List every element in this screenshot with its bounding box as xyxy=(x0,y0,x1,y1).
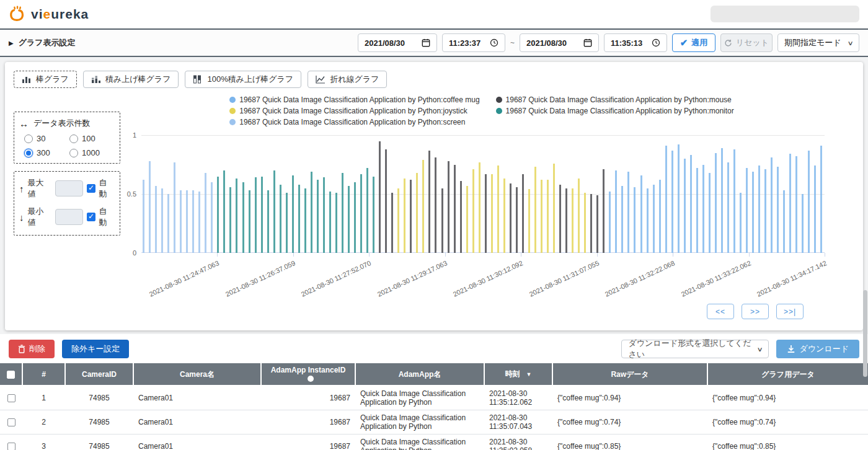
bar[interactable] xyxy=(640,175,642,253)
pager-next-button[interactable]: >> xyxy=(742,304,769,319)
bar[interactable] xyxy=(298,185,300,253)
bar[interactable] xyxy=(627,172,629,253)
bar[interactable] xyxy=(410,180,412,253)
bar[interactable] xyxy=(653,185,655,253)
bar[interactable] xyxy=(428,151,430,253)
bar[interactable] xyxy=(360,174,362,253)
bar[interactable] xyxy=(161,188,163,254)
bar[interactable] xyxy=(192,190,194,253)
bar[interactable] xyxy=(802,194,804,253)
bar[interactable] xyxy=(348,186,350,253)
header-account-placeholder[interactable] xyxy=(711,6,859,22)
bar[interactable] xyxy=(715,153,717,254)
column-header-Rawデータ[interactable]: Rawデータ xyxy=(552,363,707,386)
bar[interactable] xyxy=(311,172,312,253)
bar[interactable] xyxy=(236,179,237,253)
filter-circle-icon[interactable] xyxy=(303,374,314,383)
column-header-Camera名[interactable]: Camera名 xyxy=(133,363,261,386)
pager-last-button[interactable]: >>| xyxy=(776,304,804,319)
radio-icon[interactable] xyxy=(24,149,33,157)
bar[interactable] xyxy=(596,195,598,253)
download-format-select[interactable]: ダウンロード形式を選択してください ∨ xyxy=(621,340,769,358)
bar[interactable] xyxy=(733,149,735,253)
end-time-input[interactable]: 11:35:13 xyxy=(604,33,667,52)
bar[interactable] xyxy=(771,157,773,253)
bar[interactable] xyxy=(174,162,175,253)
bar[interactable] xyxy=(342,173,343,253)
radio-icon[interactable] xyxy=(69,149,78,157)
bar[interactable] xyxy=(180,190,182,253)
bar[interactable] xyxy=(466,186,468,253)
bar[interactable] xyxy=(485,174,487,253)
column-header-時刻[interactable]: 時刻▼ xyxy=(484,363,552,386)
graph-settings-title[interactable]: ▶ グラフ表示設定 xyxy=(9,37,76,48)
max-auto-checkbox[interactable] xyxy=(87,184,95,193)
period-mode-select[interactable]: 期間指定モード ∨ xyxy=(777,33,859,52)
bar[interactable] xyxy=(198,192,200,253)
clock-icon[interactable] xyxy=(490,38,498,47)
bar[interactable] xyxy=(472,169,474,253)
bar[interactable] xyxy=(249,190,250,253)
bar[interactable] xyxy=(373,177,374,254)
bar[interactable] xyxy=(317,180,319,253)
bar[interactable] xyxy=(397,188,399,254)
bar[interactable] xyxy=(559,185,561,253)
bar[interactable] xyxy=(609,192,611,253)
legend-item[interactable]: 19687 Quick Data Image Classification Ap… xyxy=(496,95,734,104)
bar[interactable] xyxy=(497,165,499,253)
row-checkbox[interactable] xyxy=(7,394,16,402)
bar[interactable] xyxy=(491,174,493,253)
radio-icon[interactable] xyxy=(69,135,78,143)
chart-type-button-3[interactable]: 折れ線グラフ xyxy=(308,71,387,88)
bar[interactable] xyxy=(789,154,791,253)
bar[interactable] xyxy=(186,190,188,253)
radio-icon[interactable] xyxy=(24,135,33,143)
display-count-option-30[interactable]: 30 xyxy=(24,134,69,143)
bar[interactable] xyxy=(647,188,649,254)
bar[interactable] xyxy=(255,177,257,253)
bar[interactable] xyxy=(814,165,816,253)
bar[interactable] xyxy=(422,160,424,253)
bar[interactable] xyxy=(659,180,661,253)
bar[interactable] xyxy=(143,180,144,253)
bar[interactable] xyxy=(820,146,822,253)
bar[interactable] xyxy=(764,169,766,253)
column-header-CameraID[interactable]: CameraID xyxy=(65,363,133,386)
bar[interactable] xyxy=(304,188,306,254)
bar[interactable] xyxy=(721,148,723,253)
calendar-icon[interactable] xyxy=(422,38,430,47)
bar[interactable] xyxy=(603,169,604,253)
bar[interactable] xyxy=(323,177,325,253)
pager-first-button[interactable]: << xyxy=(707,304,734,319)
bar[interactable] xyxy=(696,168,698,253)
bar[interactable] xyxy=(565,188,567,254)
bar[interactable] xyxy=(479,162,480,253)
legend-item[interactable]: 19687 Quick Data Image Classification Ap… xyxy=(229,107,479,115)
min-value-input[interactable] xyxy=(55,209,83,225)
select-all-checkbox[interactable] xyxy=(7,371,15,379)
bar[interactable] xyxy=(578,179,580,253)
sort-desc-icon[interactable]: ▼ xyxy=(520,369,532,378)
bar[interactable] xyxy=(217,177,219,254)
column-header-num[interactable]: # xyxy=(22,363,65,386)
bar[interactable] xyxy=(777,167,779,253)
bar[interactable] xyxy=(366,168,368,253)
bar[interactable] xyxy=(752,172,754,253)
clock-icon[interactable] xyxy=(652,38,660,47)
max-value-input[interactable] xyxy=(55,180,83,196)
bar[interactable] xyxy=(727,162,729,253)
column-header-AdamApp名[interactable]: AdamApp名 xyxy=(355,363,484,386)
bar[interactable] xyxy=(709,173,711,253)
bar[interactable] xyxy=(702,165,704,254)
display-count-option-100[interactable]: 100 xyxy=(69,134,115,143)
bar[interactable] xyxy=(280,185,281,253)
bar[interactable] xyxy=(746,168,748,253)
exclude-key-button[interactable]: 除外キー設定 xyxy=(62,340,129,358)
bar[interactable] xyxy=(516,187,518,253)
bar[interactable] xyxy=(404,179,405,253)
bar[interactable] xyxy=(435,157,436,253)
bar[interactable] xyxy=(808,151,810,253)
bar[interactable] xyxy=(454,165,456,254)
row-checkbox[interactable] xyxy=(7,443,16,450)
scrollbar-thumb[interactable] xyxy=(863,290,867,377)
